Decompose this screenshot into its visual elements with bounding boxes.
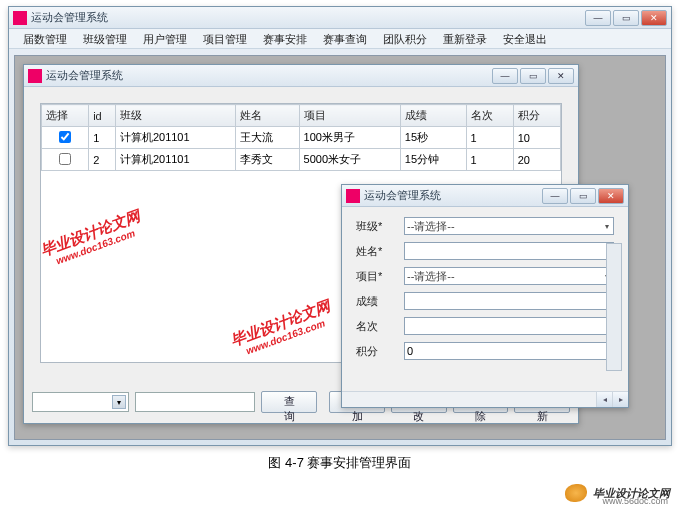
- app-icon: [28, 69, 42, 83]
- menu-relogin[interactable]: 重新登录: [435, 29, 495, 48]
- main-title: 运动会管理系统: [31, 10, 585, 25]
- maximize-button[interactable]: ▭: [570, 188, 596, 204]
- footer-url: www.56doc.com: [602, 496, 668, 506]
- edit-window-titlebar[interactable]: 运动会管理系统 — ▭ ✕: [342, 185, 628, 207]
- close-button[interactable]: ✕: [641, 10, 667, 26]
- menu-query[interactable]: 赛事查询: [315, 29, 375, 48]
- cell-points: 10: [513, 127, 560, 149]
- figure-caption: 图 4-7 赛事安排管理界面: [0, 454, 680, 472]
- cell-score: 15分钟: [400, 149, 466, 171]
- maximize-button[interactable]: ▭: [613, 10, 639, 26]
- scroll-right-icon[interactable]: ▸: [612, 392, 628, 407]
- minimize-button[interactable]: —: [542, 188, 568, 204]
- chevron-down-icon: ▾: [603, 222, 611, 231]
- cell-score: 15秒: [400, 127, 466, 149]
- menu-exit[interactable]: 安全退出: [495, 29, 555, 48]
- col-score[interactable]: 成绩: [400, 105, 466, 127]
- label-rank: 名次: [356, 319, 396, 334]
- label-points: 积分: [356, 344, 396, 359]
- filter-value-input[interactable]: [135, 392, 255, 412]
- label-class: 班级*: [356, 219, 396, 234]
- score-input[interactable]: [404, 292, 614, 310]
- menu-schedule[interactable]: 赛事安排: [255, 29, 315, 48]
- row-checkbox[interactable]: [59, 153, 71, 165]
- event-select[interactable]: --请选择--▾: [404, 267, 614, 285]
- label-score: 成绩: [356, 294, 396, 309]
- col-select[interactable]: 选择: [42, 105, 89, 127]
- cell-name: 李秀文: [235, 149, 299, 171]
- row-checkbox[interactable]: [59, 131, 71, 143]
- menu-users[interactable]: 用户管理: [135, 29, 195, 48]
- menubar: 届数管理 班级管理 用户管理 项目管理 赛事安排 赛事查询 团队积分 重新登录 …: [9, 29, 671, 49]
- label-name: 姓名*: [356, 244, 396, 259]
- cell-class: 计算机201101: [115, 149, 235, 171]
- list-window-titlebar[interactable]: 运动会管理系统 — ▭ ✕: [24, 65, 578, 87]
- horizontal-scrollbar[interactable]: ◂ ▸: [342, 391, 628, 407]
- mdi-client-area: 运动会管理系统 — ▭ ✕ 选择 id 班级 姓名 项目: [14, 55, 666, 440]
- table-row[interactable]: 2 计算机201101 李秀文 5000米女子 15分钟 1 20: [42, 149, 561, 171]
- col-name[interactable]: 姓名: [235, 105, 299, 127]
- cell-points: 20: [513, 149, 560, 171]
- main-window: 运动会管理系统 — ▭ ✕ 届数管理 班级管理 用户管理 项目管理 赛事安排 赛…: [8, 6, 672, 446]
- col-id[interactable]: id: [89, 105, 116, 127]
- cell-name: 王大流: [235, 127, 299, 149]
- col-rank[interactable]: 名次: [466, 105, 513, 127]
- minimize-button[interactable]: —: [585, 10, 611, 26]
- class-select[interactable]: --请选择--▾: [404, 217, 614, 235]
- edit-window: 运动会管理系统 — ▭ ✕ 班级* --请选择--▾ 姓名* 项目: [341, 184, 629, 408]
- right-panel-strip: [606, 243, 622, 371]
- rank-input[interactable]: [404, 317, 614, 335]
- cell-class: 计算机201101: [115, 127, 235, 149]
- close-button[interactable]: ✕: [598, 188, 624, 204]
- minimize-button[interactable]: —: [492, 68, 518, 84]
- main-titlebar[interactable]: 运动会管理系统 — ▭ ✕: [9, 7, 671, 29]
- points-input[interactable]: [404, 342, 614, 360]
- cell-rank: 1: [466, 149, 513, 171]
- list-window-title: 运动会管理系统: [46, 68, 492, 83]
- chevron-down-icon: ▾: [112, 395, 126, 409]
- close-button[interactable]: ✕: [548, 68, 574, 84]
- col-points[interactable]: 积分: [513, 105, 560, 127]
- cell-event: 5000米女子: [299, 149, 400, 171]
- cell-event: 100米男子: [299, 127, 400, 149]
- name-input[interactable]: [404, 242, 614, 260]
- query-button[interactable]: 查询: [261, 391, 317, 413]
- cell-id: 1: [89, 127, 116, 149]
- header-row: 选择 id 班级 姓名 项目 成绩 名次 积分: [42, 105, 561, 127]
- menu-classes[interactable]: 班级管理: [75, 29, 135, 48]
- col-class[interactable]: 班级: [115, 105, 235, 127]
- menu-team-points[interactable]: 团队积分: [375, 29, 435, 48]
- maximize-button[interactable]: ▭: [520, 68, 546, 84]
- table-row[interactable]: 1 计算机201101 王大流 100米男子 15秒 1 10: [42, 127, 561, 149]
- cell-rank: 1: [466, 127, 513, 149]
- edit-window-title: 运动会管理系统: [364, 188, 542, 203]
- app-icon: [13, 11, 27, 25]
- scroll-left-icon[interactable]: ◂: [596, 392, 612, 407]
- cell-id: 2: [89, 149, 116, 171]
- label-event: 项目*: [356, 269, 396, 284]
- logo-icon: [565, 484, 587, 502]
- menu-events[interactable]: 项目管理: [195, 29, 255, 48]
- filter-field-combo[interactable]: ▾: [32, 392, 129, 412]
- col-event[interactable]: 项目: [299, 105, 400, 127]
- app-icon: [346, 189, 360, 203]
- menu-sessions[interactable]: 届数管理: [15, 29, 75, 48]
